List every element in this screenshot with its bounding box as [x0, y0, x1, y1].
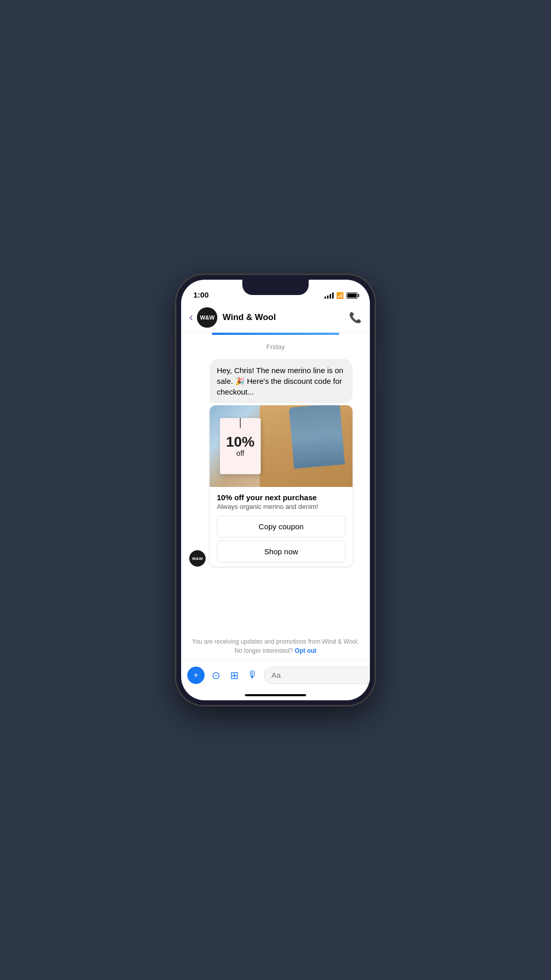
contact-name: Wind & Wool — [222, 312, 349, 323]
photo-button[interactable]: ⊞ — [227, 668, 241, 682]
status-icons: 📶 — [324, 292, 358, 299]
battery-icon — [346, 292, 358, 299]
mic-button[interactable]: 🎙 — [245, 668, 260, 682]
add-button[interactable]: + — [187, 667, 205, 684]
message-input[interactable] — [264, 667, 370, 684]
notch — [242, 280, 309, 295]
contact-avatar: W&W — [197, 307, 217, 328]
message-row: W&W Hey, Chris! The new merino line is o… — [189, 359, 362, 567]
plus-icon: + — [193, 671, 198, 680]
chat-header: ‹ W&W Wind & Wool 📞 — [181, 302, 370, 333]
denim-graphic — [289, 405, 345, 469]
input-bar: + ⊙ ⊞ 🎙 🙂 👍 — [181, 659, 370, 690]
card-subtitle: Always organic merino and denim! — [217, 503, 345, 510]
opt-out-link[interactable]: Opt out — [295, 647, 317, 654]
copy-coupon-button[interactable]: Copy coupon — [217, 516, 345, 537]
camera-icon: ⊙ — [212, 669, 220, 681]
card-title: 10% off your next purchase — [217, 493, 345, 502]
footer-notice: You are receiving updates and promotions… — [181, 631, 370, 659]
wifi-icon: 📶 — [336, 292, 344, 299]
photo-icon: ⊞ — [230, 669, 239, 681]
card-body: 10% off your next purchase Always organi… — [210, 487, 353, 567]
status-time: 1:00 — [193, 290, 209, 299]
mic-icon: 🎙 — [247, 669, 258, 681]
avatar-initials: W&W — [200, 314, 215, 321]
call-button[interactable]: 📞 — [349, 311, 362, 324]
phone-screen: 1:00 📶 ‹ W&W Wind & Wool 📞 — [181, 280, 370, 700]
camera-button[interactable]: ⊙ — [209, 668, 223, 682]
tag-off-label: off — [236, 449, 244, 457]
home-indicator — [181, 690, 370, 700]
signal-icon — [324, 292, 334, 299]
message-bubble: Hey, Chris! The new merino line is on sa… — [210, 359, 353, 403]
bot-avatar: W&W — [189, 550, 206, 567]
home-bar — [245, 694, 306, 696]
phone-frame: 1:00 📶 ‹ W&W Wind & Wool 📞 — [176, 275, 375, 705]
back-button[interactable]: ‹ — [189, 311, 193, 324]
tag-discount-value: 10% — [226, 435, 255, 449]
promo-card: 10% off 10% off your next purchase Alway… — [210, 405, 353, 567]
date-label: Friday — [189, 343, 362, 351]
chat-area: Friday W&W Hey, Chris! The new merino li… — [181, 335, 370, 631]
card-image: 10% off — [210, 405, 353, 487]
message-content: Hey, Chris! The new merino line is on sa… — [210, 359, 353, 567]
shop-now-button[interactable]: Shop now — [217, 541, 345, 562]
discount-tag: 10% off — [220, 418, 261, 474]
bot-avatar-initials: W&W — [192, 556, 203, 561]
